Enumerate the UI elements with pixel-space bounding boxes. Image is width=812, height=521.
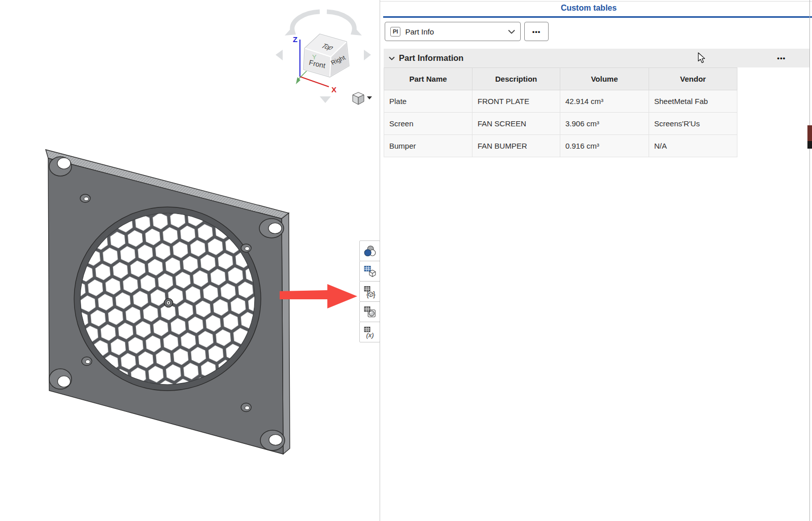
scrollbar-thumb-end (807, 141, 812, 149)
table-selector-badge: PI (390, 27, 400, 37)
mouse-cursor (698, 52, 706, 64)
table-cell: SheetMetal Fab (649, 90, 737, 113)
z-axis-label: Z (293, 35, 297, 44)
rotate-left-arc[interactable] (292, 12, 320, 30)
table-selector-menu-button[interactable]: ••• (524, 22, 549, 41)
app-canvas: Z X Top Front Right Y (0, 0, 812, 521)
scrollbar-track (809, 0, 810, 521)
table-cell: Plate (384, 90, 472, 113)
table-cell: FAN BUMPER (472, 135, 560, 157)
active-tab-underline (383, 16, 812, 18)
section-menu-button[interactable]: ••• (777, 54, 810, 62)
column-header: Vendor (649, 68, 737, 90)
view-options-button[interactable] (353, 92, 364, 105)
table-cell: 3.906 cm³ (560, 113, 649, 135)
table-row: Plate FRONT PLATE 42.914 cm³ SheetMetal … (384, 90, 737, 113)
view-options-caret-icon[interactable] (367, 96, 372, 99)
y-axis-label: Y (312, 53, 317, 61)
custom-table-icon (363, 265, 377, 278)
table-cell: Screen (384, 113, 472, 135)
part-information-section-header[interactable]: Part Information ••• (384, 49, 810, 67)
appearance-panel-button[interactable] (359, 240, 380, 261)
table-cell: 42.914 cm³ (560, 90, 649, 113)
section-title: Part Information (399, 53, 463, 63)
column-header: Volume (560, 68, 649, 90)
image-tables-panel-button[interactable] (359, 301, 380, 322)
appearance-icon (363, 245, 377, 258)
table-selector-dropdown[interactable]: PI Part Info (385, 22, 521, 41)
tab-custom-tables[interactable]: Custom tables (380, 4, 798, 13)
view-cube[interactable]: Z X Top Front Right Y (276, 12, 372, 105)
chevron-down-icon (508, 29, 515, 34)
table-cell: Screens'R'Us (649, 113, 737, 135)
rotate-east-arrow[interactable] (364, 50, 371, 60)
column-header: Part Name (384, 68, 472, 90)
panel-tabs-toolbar: { } (x) (359, 240, 380, 342)
part-information-table: Part Name Description Volume Vendor Plat… (384, 67, 737, 157)
column-header: Description (472, 68, 560, 90)
table-row: Screen FAN SCREEN 3.906 cm³ Screens'R'Us (384, 113, 737, 135)
custom-tables-panel-button[interactable] (359, 261, 380, 282)
fan-screen[interactable] (74, 207, 261, 391)
configured-tables-panel-button[interactable]: { } (359, 281, 380, 302)
configured-table-icon: { } (363, 285, 377, 298)
table-cell: Bumper (384, 135, 472, 157)
screen-center-dot (167, 302, 169, 303)
fan-plate-model[interactable] (46, 150, 290, 454)
table-selector-value: Part Info (405, 27, 503, 36)
panel-divider (380, 0, 380, 521)
table-header-row: Part Name Description Volume Vendor (384, 68, 737, 90)
collapse-chevron-icon[interactable] (389, 56, 395, 60)
rotate-down-arrow[interactable] (320, 96, 331, 103)
table-cell: FAN SCREEN (472, 113, 560, 135)
rotate-west-arrow[interactable] (276, 50, 283, 60)
red-callout-arrow (280, 284, 357, 308)
scrollbar-thumb[interactable] (807, 125, 812, 141)
panel-top-border (380, 1, 812, 2)
image-table-icon (363, 305, 377, 319)
table-row: Bumper FAN BUMPER 0.916 cm³ N/A (384, 135, 737, 157)
svg-text:}: } (373, 290, 375, 298)
custom-tables-panel: Custom tables PI Part Info ••• Part Info… (380, 0, 812, 521)
table-cell: FRONT PLATE (472, 90, 560, 113)
x-axis-label: X (331, 85, 336, 94)
variables-panel-button[interactable]: (x) (359, 322, 380, 342)
svg-text:(x): (x) (366, 331, 374, 338)
table-cell: N/A (649, 135, 737, 157)
table-cell: 0.916 cm³ (560, 135, 649, 157)
variable-table-icon: (x) (363, 326, 377, 339)
rotate-right-arc[interactable] (327, 12, 354, 30)
